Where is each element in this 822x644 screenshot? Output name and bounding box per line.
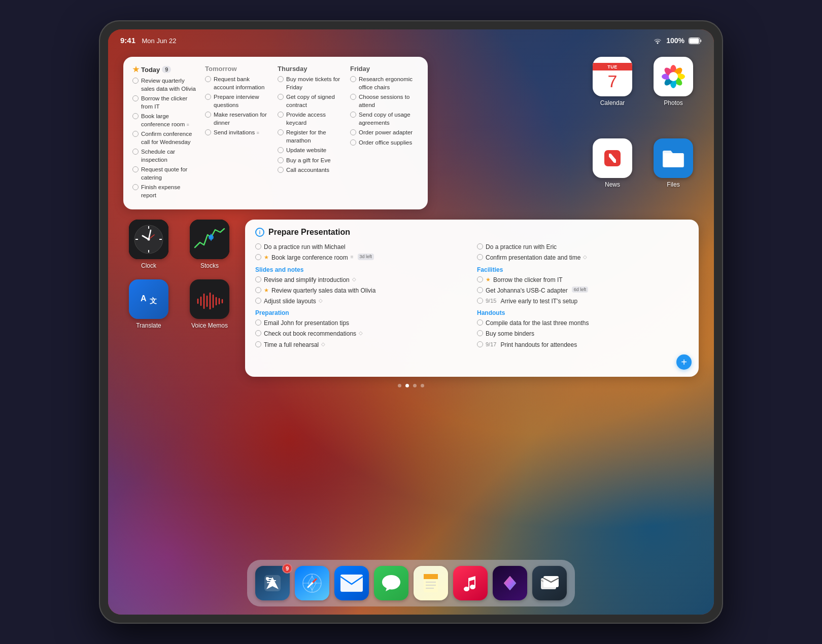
app-calendar[interactable]: TUE 7 Calendar xyxy=(587,57,638,128)
rem-item[interactable]: Confirm conference call for Wednesday xyxy=(132,130,197,146)
app-stocks[interactable]: Stocks xyxy=(184,220,235,269)
prep-circle xyxy=(255,319,261,326)
svg-rect-50 xyxy=(340,575,363,592)
battery-icon xyxy=(689,38,702,44)
rem-circle xyxy=(205,112,211,118)
rem-item[interactable]: Send copy of usage agreements xyxy=(350,111,415,127)
rem-circle xyxy=(278,129,284,135)
prep-star: ★ xyxy=(486,276,491,283)
dock-mail[interactable] xyxy=(334,566,369,600)
prep-left-col: Do a practice run with Michael ★ Book la… xyxy=(255,243,467,351)
prep-item[interactable]: ★ Review quarterly sales data with Olivi… xyxy=(255,287,467,295)
rem-item[interactable]: Research ergonomic office chairs xyxy=(350,76,415,91)
prep-item[interactable]: Buy some binders xyxy=(477,330,689,338)
svg-text:A: A xyxy=(141,294,147,303)
rem-circle xyxy=(278,94,284,100)
prep-item[interactable]: Adjust slide layouts ◇ xyxy=(255,297,467,305)
prep-item[interactable]: Do a practice run with Eric xyxy=(477,243,689,251)
reminders-widget[interactable]: ★ Today 9 Review quarterly sales data wi… xyxy=(123,57,428,209)
prep-item[interactable]: Get Johanna's USB-C adapter 6d left xyxy=(477,287,689,295)
svg-point-12 xyxy=(669,72,678,81)
prepare-presentation-widget[interactable]: i Prepare Presentation Do a practice run… xyxy=(245,220,699,377)
rem-item[interactable]: Register for the marathon xyxy=(278,129,342,145)
top-app-grid: TUE 7 Calendar xyxy=(587,57,699,209)
prep-circle xyxy=(477,330,483,336)
slides-notes-section: Slides and notes xyxy=(255,266,467,273)
rem-item[interactable]: Request bank account information xyxy=(205,76,269,91)
rem-circle xyxy=(205,94,211,100)
rem-text: Finish expense report xyxy=(141,184,197,199)
page-dot-3[interactable] xyxy=(413,384,417,387)
dock-safari[interactable] xyxy=(295,566,329,600)
prep-item[interactable]: Revise and simplify introduction ◇ xyxy=(255,276,467,284)
prep-item[interactable]: Confirm presentation date and time ◇ xyxy=(477,254,689,262)
page-dot-2[interactable] xyxy=(405,384,409,387)
rem-item[interactable]: Book large conference room ≡ xyxy=(132,113,197,128)
dock-shortcuts[interactable] xyxy=(493,566,527,600)
svg-text:文: 文 xyxy=(150,297,157,305)
rem-item[interactable]: Schedule car inspection xyxy=(132,148,197,164)
prep-item[interactable]: 9/15 Arrive early to test IT's setup xyxy=(477,297,689,305)
prep-cols: Do a practice run with Michael ★ Book la… xyxy=(255,243,689,351)
add-task-button[interactable]: + xyxy=(676,354,692,370)
dock-music[interactable] xyxy=(453,566,488,600)
prep-item[interactable]: Check out book recommendations ◇ xyxy=(255,330,467,338)
rem-item[interactable]: Send invitations ≡ xyxy=(205,129,269,137)
rem-circle xyxy=(132,131,139,137)
rem-item[interactable]: Request quote for catering xyxy=(132,166,197,182)
prep-item[interactable]: Compile data for the last three months xyxy=(477,319,689,327)
calendar-day-num: 7 xyxy=(608,70,618,91)
rem-item[interactable]: Provide access keycard xyxy=(278,111,342,127)
page-dot-1[interactable] xyxy=(398,384,401,387)
prep-item[interactable]: Email John for presentation tips xyxy=(255,319,467,327)
dock-mimestream[interactable] xyxy=(532,566,567,600)
rem-item[interactable]: Update website xyxy=(278,147,342,155)
rem-item[interactable]: Order office supplies xyxy=(350,139,415,147)
dock-notes[interactable] xyxy=(414,566,448,600)
prep-circle xyxy=(477,243,483,249)
rem-circle xyxy=(132,78,139,84)
calendar-icon: TUE 7 xyxy=(593,57,632,96)
rem-item[interactable]: Get copy of signed contract xyxy=(278,93,342,109)
app-photos[interactable]: Photos xyxy=(648,57,699,128)
prep-item-text: Do a practice run with Eric xyxy=(486,243,557,251)
rem-item[interactable]: Prepare interview questions xyxy=(205,93,269,109)
prep-item[interactable]: ★ Book large conference room ≡ 3d left xyxy=(255,254,467,262)
reminders-thursday-col: Thursday Buy movie tickets for Friday Ge… xyxy=(278,65,346,201)
app-clock[interactable]: Clock xyxy=(123,220,174,269)
rem-item[interactable]: Buy a gift for Eve xyxy=(278,157,342,165)
rem-circle xyxy=(132,166,139,172)
rem-circle xyxy=(205,129,211,135)
rem-item[interactable]: Choose sessions to attend xyxy=(350,93,415,109)
app-files[interactable]: Files xyxy=(648,138,699,210)
rem-item[interactable]: Buy movie tickets for Friday xyxy=(278,76,342,91)
rem-item[interactable]: Borrow the clicker from IT xyxy=(132,95,197,111)
rem-item[interactable]: Make reservation for dinner xyxy=(205,111,269,127)
battery-percentage: 100% xyxy=(666,37,684,45)
app-voice-memos[interactable]: Voice Memos xyxy=(184,279,235,329)
note-icon: ◇ xyxy=(319,297,323,304)
dock-omnifocus[interactable]: 9 xyxy=(255,566,290,600)
prep-circle xyxy=(477,287,483,293)
status-date: Mon Jun 22 xyxy=(142,37,176,45)
files-app-label: Files xyxy=(667,181,679,188)
rem-item[interactable]: Finish expense report xyxy=(132,184,197,199)
page-dot-4[interactable] xyxy=(421,384,424,387)
app-news[interactable]: News xyxy=(587,138,638,210)
app-translate[interactable]: A 文 Translate xyxy=(123,279,174,329)
prep-item[interactable]: Time a full rehearsal ◇ xyxy=(255,341,467,349)
prep-item[interactable]: ★ Borrow the clicker from IT xyxy=(477,276,689,284)
rem-item[interactable]: Order power adapter xyxy=(350,129,415,137)
prep-item[interactable]: 9/17 Print handouts for attendees xyxy=(477,341,689,349)
prep-circle xyxy=(255,330,261,336)
rem-text: Buy movie tickets for Friday xyxy=(286,76,342,91)
rem-text: Borrow the clicker from IT xyxy=(141,95,197,111)
omnifocus-badge: 9 xyxy=(282,563,292,574)
prep-item[interactable]: Do a practice run with Michael xyxy=(255,243,467,251)
rem-item[interactable]: Review quarterly sales data with Olivia xyxy=(132,77,197,93)
rem-item[interactable]: Call accountants xyxy=(278,166,342,174)
dock-messages[interactable] xyxy=(374,566,408,600)
svg-rect-1 xyxy=(700,40,702,42)
top-row: ★ Today 9 Review quarterly sales data wi… xyxy=(123,57,699,209)
rem-text: Register for the marathon xyxy=(286,129,342,145)
